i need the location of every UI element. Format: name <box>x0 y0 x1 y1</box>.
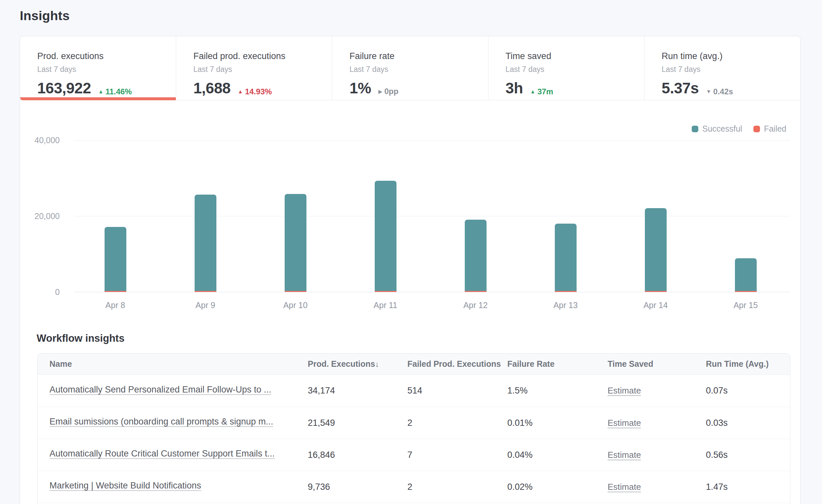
card-time-saved[interactable]: Time saved Last 7 days 3h ▲ 37m <box>488 36 644 100</box>
card-run-time-avg[interactable]: Run time (avg.) Last 7 days 5.37s ▼ 0.42… <box>644 36 800 100</box>
failed-executions-value: 2 <box>407 418 507 428</box>
workflow-insights-heading: Workflow insights <box>37 333 124 344</box>
card-period: Last 7 days <box>506 65 634 74</box>
card-failure-rate[interactable]: Failure rate Last 7 days 1% ▶ 0pp <box>332 36 488 100</box>
trend-up-icon: ▲ <box>238 89 243 95</box>
successful-segment <box>645 208 667 291</box>
failed-segment <box>645 291 667 292</box>
estimate-link[interactable]: Estimate <box>607 418 641 428</box>
x-axis-tick-label: Apr 12 <box>463 301 488 310</box>
metric-cards-row: Prod. executions Last 7 days 163,922 ▲ 1… <box>20 36 800 100</box>
column-header-run-time[interactable]: Run Time (Avg.) <box>706 359 790 369</box>
sort-descending-icon: ↓ <box>375 360 379 369</box>
estimate-link[interactable]: Estimate <box>607 386 641 396</box>
trend-value: 0pp <box>384 87 398 96</box>
insights-screen: Insights Prod. executions Last 7 days 16… <box>0 0 822 504</box>
trend-down-icon: ▼ <box>706 89 711 95</box>
card-value: 5.37s <box>662 79 699 97</box>
gridline <box>74 292 790 292</box>
workflow-name-link[interactable]: Automatically Route Critical Customer Su… <box>49 449 275 459</box>
card-value: 3h <box>506 79 523 97</box>
successful-segment <box>194 194 217 291</box>
table-row: Email sumissions (onboarding call prompt… <box>38 407 790 439</box>
successful-legend-swatch-icon <box>692 126 698 132</box>
failed-legend-swatch-icon <box>753 126 760 132</box>
y-axis-tick-label: 20,000 <box>14 211 60 221</box>
table-header-row: Name Prod. Executions↓ Failed Prod. Exec… <box>38 354 790 375</box>
trend-value: 11.46% <box>105 87 132 96</box>
run-time-value: 0.03s <box>706 418 790 428</box>
bar-apr-14 <box>645 208 667 292</box>
table-row: Automatically Route Critical Customer Su… <box>38 439 790 471</box>
trend-badge: ▶ 0pp <box>378 87 398 96</box>
estimate-link[interactable]: Estimate <box>607 450 641 460</box>
failed-executions-value: 7 <box>407 450 507 460</box>
gridline <box>74 140 790 140</box>
failed-segment <box>375 291 396 292</box>
bar-apr-15 <box>735 258 757 292</box>
failure-rate-value: 0.01% <box>507 418 607 428</box>
failed-segment <box>104 291 126 292</box>
legend-item-failed[interactable]: Failed <box>753 124 786 133</box>
x-axis-tick-label: Apr 13 <box>553 301 578 310</box>
selected-card-indicator <box>20 97 176 100</box>
table-row-partial <box>38 503 790 504</box>
successful-segment <box>465 220 486 291</box>
x-axis-tick-label: Apr 15 <box>734 301 758 310</box>
failed-segment <box>555 291 576 292</box>
column-header-time-saved[interactable]: Time Saved <box>607 359 706 369</box>
failed-segment <box>735 291 757 292</box>
bar-apr-8 <box>104 227 126 292</box>
column-header-prod-executions[interactable]: Prod. Executions↓ <box>308 359 407 369</box>
card-value: 163,922 <box>37 79 91 97</box>
card-value: 1,688 <box>193 79 231 97</box>
failure-rate-value: 1.5% <box>507 386 607 396</box>
estimate-link[interactable]: Estimate <box>607 482 641 492</box>
trend-badge: ▲ 14.93% <box>238 87 272 96</box>
bar-apr-9 <box>194 194 217 292</box>
column-header-label: Prod. Executions <box>308 359 375 369</box>
bar-apr-10 <box>285 194 307 292</box>
legend-item-successful[interactable]: Successful <box>692 124 742 133</box>
column-header-failure-rate[interactable]: Failure Rate <box>507 359 607 369</box>
card-label: Failed prod. executions <box>193 51 322 62</box>
y-axis-tick-label: 0 <box>14 287 60 297</box>
table-row: Automatically Send Personalized Email Fo… <box>38 375 790 407</box>
workflow-name-link[interactable]: Automatically Send Personalized Email Fo… <box>49 385 271 395</box>
card-prod-executions[interactable]: Prod. executions Last 7 days 163,922 ▲ 1… <box>20 36 176 100</box>
card-failed-prod-executions[interactable]: Failed prod. executions Last 7 days 1,68… <box>176 36 332 100</box>
trend-value: 14.93% <box>245 87 272 96</box>
x-axis-tick-label: Apr 14 <box>644 301 668 310</box>
card-label: Prod. executions <box>37 51 166 62</box>
failed-executions-value: 2 <box>407 482 507 492</box>
column-header-failed-executions[interactable]: Failed Prod. Executions <box>407 359 507 369</box>
prod-executions-value: 9,736 <box>308 482 407 492</box>
column-header-name[interactable]: Name <box>49 359 308 369</box>
card-value: 1% <box>349 79 371 97</box>
workflow-name-link[interactable]: Email sumissions (onboarding call prompt… <box>49 417 273 427</box>
executions-bar-chart: Successful Failed 020,00040,000Apr 8Apr … <box>20 100 800 348</box>
workflow-name-link[interactable]: Marketing | Website Build Notifications <box>49 481 201 491</box>
bar-apr-11 <box>375 181 396 292</box>
trend-up-icon: ▲ <box>530 89 535 95</box>
successful-segment <box>555 223 576 291</box>
table-row: Marketing | Website Build Notifications … <box>38 471 790 503</box>
x-axis-tick-label: Apr 10 <box>283 301 308 310</box>
successful-segment <box>735 258 757 291</box>
x-axis-tick-label: Apr 8 <box>105 301 125 310</box>
run-time-value: 0.07s <box>706 386 790 396</box>
successful-segment <box>375 181 396 291</box>
card-period: Last 7 days <box>37 65 166 74</box>
prod-executions-value: 34,174 <box>308 386 407 396</box>
run-time-value: 0.56s <box>706 450 790 460</box>
legend-label: Successful <box>702 124 742 133</box>
trend-badge: ▲ 11.46% <box>98 87 132 96</box>
successful-segment <box>285 194 307 291</box>
failed-segment <box>285 291 307 292</box>
trend-up-icon: ▲ <box>98 89 103 95</box>
card-label: Time saved <box>506 51 634 62</box>
failure-rate-value: 0.04% <box>507 450 607 460</box>
failed-segment <box>465 291 486 292</box>
bar-apr-13 <box>555 223 576 292</box>
x-axis-tick-label: Apr 11 <box>374 301 397 310</box>
